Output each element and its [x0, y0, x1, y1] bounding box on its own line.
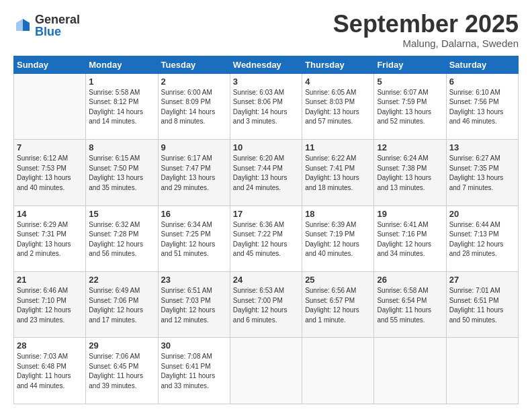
calendar-cell: 9Sunrise: 6:17 AM Sunset: 7:47 PM Daylig… — [158, 140, 230, 205]
calendar-cell: 15Sunrise: 6:32 AM Sunset: 7:28 PM Dayli… — [86, 205, 158, 271]
calendar-cell: 5Sunrise: 6:07 AM Sunset: 7:59 PM Daylig… — [374, 73, 446, 139]
weekday-header-row: SundayMondayTuesdayWednesdayThursdayFrid… — [14, 56, 519, 73]
logo-general: General — [35, 13, 80, 26]
calendar-cell: 3Sunrise: 6:03 AM Sunset: 8:06 PM Daylig… — [230, 73, 302, 139]
week-row-4: 21Sunrise: 6:46 AM Sunset: 7:10 PM Dayli… — [14, 272, 519, 338]
week-row-3: 14Sunrise: 6:29 AM Sunset: 7:31 PM Dayli… — [14, 205, 519, 271]
calendar-cell: 13Sunrise: 6:27 AM Sunset: 7:35 PM Dayli… — [446, 140, 518, 205]
calendar-cell: 28Sunrise: 7:03 AM Sunset: 6:48 PM Dayli… — [14, 338, 86, 404]
cell-info: Sunrise: 6:10 AM Sunset: 7:56 PM Dayligh… — [449, 88, 515, 127]
location-subtitle: Malung, Dalarna, Sweden — [333, 38, 519, 49]
calendar-cell: 10Sunrise: 6:20 AM Sunset: 7:44 PM Dayli… — [230, 140, 302, 205]
day-number: 3 — [233, 77, 299, 87]
cell-info: Sunrise: 6:22 AM Sunset: 7:41 PM Dayligh… — [305, 154, 371, 193]
logo-text: General Blue — [35, 13, 80, 38]
calendar-cell: 16Sunrise: 6:34 AM Sunset: 7:25 PM Dayli… — [158, 205, 230, 271]
day-number: 26 — [377, 275, 443, 285]
calendar-cell: 27Sunrise: 7:01 AM Sunset: 6:51 PM Dayli… — [446, 272, 518, 338]
calendar-cell: 18Sunrise: 6:39 AM Sunset: 7:19 PM Dayli… — [302, 205, 374, 271]
day-number: 11 — [305, 142, 371, 152]
calendar-cell: 11Sunrise: 6:22 AM Sunset: 7:41 PM Dayli… — [302, 140, 374, 205]
svg-marker-0 — [23, 19, 30, 31]
calendar-cell: 12Sunrise: 6:24 AM Sunset: 7:38 PM Dayli… — [374, 140, 446, 205]
week-row-5: 28Sunrise: 7:03 AM Sunset: 6:48 PM Dayli… — [14, 338, 519, 404]
calendar-cell — [14, 73, 86, 139]
day-number: 19 — [377, 209, 443, 219]
cell-info: Sunrise: 6:36 AM Sunset: 7:22 PM Dayligh… — [233, 220, 299, 259]
calendar-cell: 8Sunrise: 6:15 AM Sunset: 7:50 PM Daylig… — [86, 140, 158, 205]
day-number: 20 — [449, 209, 515, 219]
cell-info: Sunrise: 6:07 AM Sunset: 7:59 PM Dayligh… — [377, 88, 443, 127]
cell-info: Sunrise: 7:03 AM Sunset: 6:48 PM Dayligh… — [17, 352, 83, 391]
day-number: 6 — [449, 77, 515, 87]
cell-info: Sunrise: 6:56 AM Sunset: 6:57 PM Dayligh… — [305, 286, 371, 325]
cell-info: Sunrise: 6:24 AM Sunset: 7:38 PM Dayligh… — [377, 154, 443, 193]
cell-info: Sunrise: 7:08 AM Sunset: 6:41 PM Dayligh… — [161, 352, 227, 391]
week-row-2: 7Sunrise: 6:12 AM Sunset: 7:53 PM Daylig… — [14, 140, 519, 205]
weekday-header-saturday: Saturday — [446, 56, 518, 73]
month-title: September 2025 — [333, 11, 519, 38]
cell-info: Sunrise: 6:17 AM Sunset: 7:47 PM Dayligh… — [161, 154, 227, 193]
cell-info: Sunrise: 7:01 AM Sunset: 6:51 PM Dayligh… — [449, 286, 515, 325]
calendar-cell — [446, 338, 518, 404]
day-number: 8 — [89, 142, 154, 152]
weekday-header-friday: Friday — [374, 56, 446, 73]
calendar-cell: 6Sunrise: 6:10 AM Sunset: 7:56 PM Daylig… — [446, 73, 518, 139]
cell-info: Sunrise: 6:39 AM Sunset: 7:19 PM Dayligh… — [305, 220, 371, 259]
calendar-cell: 24Sunrise: 6:53 AM Sunset: 7:00 PM Dayli… — [230, 272, 302, 338]
weekday-header-tuesday: Tuesday — [158, 56, 230, 73]
day-number: 2 — [161, 77, 227, 87]
day-number: 24 — [233, 275, 299, 285]
day-number: 1 — [89, 77, 154, 87]
calendar-cell: 23Sunrise: 6:51 AM Sunset: 7:03 PM Dayli… — [158, 272, 230, 338]
calendar-cell: 21Sunrise: 6:46 AM Sunset: 7:10 PM Dayli… — [14, 272, 86, 338]
cell-info: Sunrise: 6:32 AM Sunset: 7:28 PM Dayligh… — [89, 220, 154, 259]
cell-info: Sunrise: 6:03 AM Sunset: 8:06 PM Dayligh… — [233, 88, 299, 127]
day-number: 16 — [161, 209, 227, 219]
calendar-cell: 30Sunrise: 7:08 AM Sunset: 6:41 PM Dayli… — [158, 338, 230, 404]
day-number: 18 — [305, 209, 371, 219]
day-number: 10 — [233, 142, 299, 152]
day-number: 17 — [233, 209, 299, 219]
cell-info: Sunrise: 6:58 AM Sunset: 6:54 PM Dayligh… — [377, 286, 443, 325]
calendar-cell — [230, 338, 302, 404]
calendar-cell: 17Sunrise: 6:36 AM Sunset: 7:22 PM Dayli… — [230, 205, 302, 271]
cell-info: Sunrise: 6:51 AM Sunset: 7:03 PM Dayligh… — [161, 286, 227, 325]
calendar-cell: 7Sunrise: 6:12 AM Sunset: 7:53 PM Daylig… — [14, 140, 86, 205]
cell-info: Sunrise: 6:41 AM Sunset: 7:16 PM Dayligh… — [377, 220, 443, 259]
weekday-header-thursday: Thursday — [302, 56, 374, 73]
day-number: 4 — [305, 77, 371, 87]
cell-info: Sunrise: 6:00 AM Sunset: 8:09 PM Dayligh… — [161, 88, 227, 127]
weekday-header-wednesday: Wednesday — [230, 56, 302, 73]
day-number: 28 — [17, 340, 83, 351]
calendar-cell: 2Sunrise: 6:00 AM Sunset: 8:09 PM Daylig… — [158, 73, 230, 139]
day-number: 9 — [161, 142, 227, 152]
day-number: 22 — [89, 275, 154, 285]
logo-icon — [13, 16, 32, 35]
logo: General Blue — [13, 13, 80, 38]
calendar-cell: 4Sunrise: 6:05 AM Sunset: 8:03 PM Daylig… — [302, 73, 374, 139]
cell-info: Sunrise: 6:34 AM Sunset: 7:25 PM Dayligh… — [161, 220, 227, 259]
svg-marker-1 — [16, 19, 23, 31]
cell-info: Sunrise: 6:53 AM Sunset: 7:00 PM Dayligh… — [233, 286, 299, 325]
calendar-cell: 25Sunrise: 6:56 AM Sunset: 6:57 PM Dayli… — [302, 272, 374, 338]
day-number: 30 — [161, 340, 227, 351]
cell-info: Sunrise: 6:29 AM Sunset: 7:31 PM Dayligh… — [17, 220, 83, 259]
week-row-1: 1Sunrise: 5:58 AM Sunset: 8:12 PM Daylig… — [14, 73, 519, 139]
calendar-cell — [374, 338, 446, 404]
header: General Blue September 2025 Malung, Dala… — [13, 11, 519, 49]
day-number: 7 — [17, 142, 83, 152]
logo-blue: Blue — [35, 26, 80, 38]
calendar-cell — [302, 338, 374, 404]
day-number: 27 — [449, 275, 515, 285]
weekday-header-sunday: Sunday — [14, 56, 86, 73]
title-block: September 2025 Malung, Dalarna, Sweden — [333, 11, 519, 49]
cell-info: Sunrise: 6:44 AM Sunset: 7:13 PM Dayligh… — [449, 220, 515, 259]
day-number: 5 — [377, 77, 443, 87]
cell-info: Sunrise: 7:06 AM Sunset: 6:45 PM Dayligh… — [89, 352, 154, 391]
calendar-cell: 1Sunrise: 5:58 AM Sunset: 8:12 PM Daylig… — [86, 73, 158, 139]
calendar-cell: 20Sunrise: 6:44 AM Sunset: 7:13 PM Dayli… — [446, 205, 518, 271]
day-number: 13 — [449, 142, 515, 152]
cell-info: Sunrise: 6:46 AM Sunset: 7:10 PM Dayligh… — [17, 286, 83, 325]
cell-info: Sunrise: 6:15 AM Sunset: 7:50 PM Dayligh… — [89, 154, 154, 193]
